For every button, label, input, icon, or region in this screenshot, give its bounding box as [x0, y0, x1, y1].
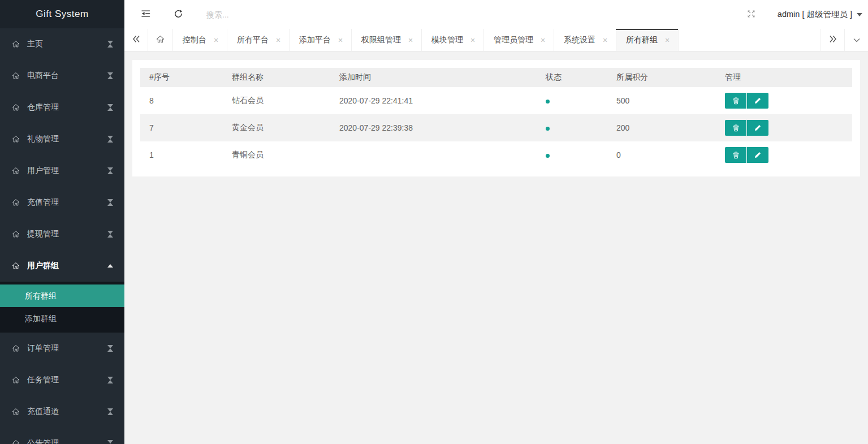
sidebar-subitem-label: 添加群组: [25, 314, 57, 323]
sidebar-subitem-label: 所有群组: [25, 291, 57, 300]
tab-4[interactable]: 模块管理 ×: [422, 29, 484, 51]
chevron-down-icon: [107, 440, 113, 444]
chevron-down-icon: [107, 167, 113, 174]
cell-id: 1: [140, 141, 223, 169]
home-icon: [11, 230, 20, 239]
tab-6[interactable]: 系统设置 ×: [554, 29, 616, 51]
tab-5[interactable]: 管理员管理 ×: [484, 29, 554, 51]
close-icon[interactable]: ×: [663, 36, 671, 44]
sidebar-subitem-7-1[interactable]: 添加群组: [0, 307, 124, 330]
close-icon[interactable]: ×: [336, 36, 344, 44]
status-dot-icon: [546, 154, 550, 158]
home-icon: [11, 198, 20, 207]
home-icon: [11, 261, 20, 270]
sidebar-item-label: 用户群组: [27, 261, 107, 271]
column-header: 所属积分: [607, 68, 716, 87]
sidebar-group: 主页: [0, 28, 124, 60]
delete-button[interactable]: [725, 147, 746, 163]
home-icon: [11, 376, 20, 385]
close-icon[interactable]: ×: [539, 36, 547, 44]
sidebar-item-label: 订单管理: [27, 343, 107, 354]
chevron-down-icon: [107, 345, 113, 352]
close-icon[interactable]: ×: [601, 36, 609, 44]
search-input[interactable]: [206, 10, 444, 19]
action-button-group: [725, 93, 843, 109]
close-icon[interactable]: ×: [212, 36, 220, 44]
trash-icon: [732, 124, 740, 132]
close-icon[interactable]: ×: [469, 36, 477, 44]
sidebar-item-8[interactable]: 订单管理: [0, 333, 124, 364]
edit-button[interactable]: [747, 147, 768, 163]
menu-fold-button[interactable]: [135, 0, 157, 29]
sidebar-item-2[interactable]: 仓库管理: [0, 92, 124, 123]
column-header: 添加时间: [330, 68, 537, 87]
cell-points: 500: [607, 87, 716, 114]
sidebar-item-6[interactable]: 提现管理: [0, 218, 124, 250]
sidebar-item-1[interactable]: 电商平台: [0, 60, 124, 92]
sidebar-item-7[interactable]: 用户群组: [0, 250, 124, 282]
cell-add-time: [330, 141, 537, 169]
sidebar-item-label: 充值管理: [27, 197, 107, 208]
home-icon: [11, 103, 20, 112]
cell-actions: [716, 87, 852, 114]
home-icon: [156, 35, 165, 46]
chevron-down-icon: [107, 72, 113, 79]
cell-status: [537, 114, 607, 141]
sidebar-item-5[interactable]: 充值管理: [0, 187, 124, 218]
fullscreen-button[interactable]: [740, 0, 763, 29]
cell-group-name: 黄金会员: [223, 114, 330, 141]
tab-label: 所有群组: [626, 35, 658, 45]
home-icon: [11, 407, 20, 416]
tabs-scroll-right-button[interactable]: [821, 29, 844, 51]
sidebar-item-label: 充值通道: [27, 407, 107, 417]
user-menu[interactable]: admin [ 超级管理员 ]: [778, 9, 862, 20]
sidebar-item-10[interactable]: 充值通道: [0, 396, 124, 428]
double-chevron-left-icon: [131, 35, 141, 45]
edit-button[interactable]: [747, 120, 768, 136]
cell-status: [537, 87, 607, 114]
tab-2[interactable]: 添加平台 ×: [290, 29, 352, 51]
delete-button[interactable]: [725, 120, 746, 136]
table-header-row: #序号群组名称添加时间状态所属积分管理: [140, 68, 852, 87]
table-body: 8 钻石会员 2020-07-29 22:41:41 500 7 黄金会员: [140, 87, 852, 169]
sidebar-group: 用户群组 所有群组 添加群组: [0, 250, 124, 333]
close-icon[interactable]: ×: [274, 36, 282, 44]
sidebar-item-label: 礼物管理: [27, 134, 107, 144]
tabs-menu-button[interactable]: [844, 29, 868, 51]
tab-0[interactable]: 控制台 ×: [173, 29, 227, 51]
chevron-down-icon: [107, 377, 113, 383]
sidebar-subitem-7-0[interactable]: 所有群组: [0, 284, 124, 307]
edit-button[interactable]: [747, 93, 768, 109]
sidebar-group: 礼物管理: [0, 123, 124, 155]
sidebar-item-0[interactable]: 主页: [0, 28, 124, 60]
table-row: 7 黄金会员 2020-07-29 22:39:38 200: [140, 114, 852, 141]
sidebar-item-4[interactable]: 用户管理: [0, 155, 124, 187]
chevron-down-icon: [107, 231, 113, 238]
action-button-group: [725, 120, 843, 136]
delete-button[interactable]: [725, 93, 746, 109]
cell-group-name: 青铜会员: [223, 141, 330, 169]
tab-3[interactable]: 权限组管理 ×: [352, 29, 422, 51]
tab-7[interactable]: 所有群组 ×: [616, 29, 679, 51]
table-card: #序号群组名称添加时间状态所属积分管理 8 钻石会员 2020-07-29 22…: [132, 60, 860, 176]
tabs-scroll-left-button[interactable]: [124, 29, 148, 51]
sidebar-group: 仓库管理: [0, 92, 124, 123]
home-icon: [11, 344, 20, 353]
user-label: admin [ 超级管理员 ]: [778, 9, 852, 20]
sidebar-group: 任务管理: [0, 364, 124, 396]
tab-list: 控制台 × 所有平台 × 添加平台 × 权限组管理 × 模块管理 × 管理员管理…: [173, 29, 679, 51]
close-icon[interactable]: ×: [407, 36, 414, 44]
sidebar: Gift System 主页 电商平台: [0, 0, 124, 444]
sidebar-item-9[interactable]: 任务管理: [0, 364, 124, 396]
tab-home[interactable]: [148, 29, 173, 51]
tab-label: 系统设置: [564, 35, 595, 45]
chevron-down-icon: [107, 41, 113, 48]
sidebar-group: 电商平台: [0, 60, 124, 92]
chevron-down-icon: [107, 264, 113, 268]
sidebar-item-11[interactable]: 公告管理: [0, 428, 124, 444]
chevron-down-icon: [107, 104, 113, 111]
refresh-button[interactable]: [167, 0, 189, 29]
tab-1[interactable]: 所有平台 ×: [227, 29, 290, 51]
home-icon: [11, 71, 20, 80]
sidebar-item-3[interactable]: 礼物管理: [0, 123, 124, 155]
